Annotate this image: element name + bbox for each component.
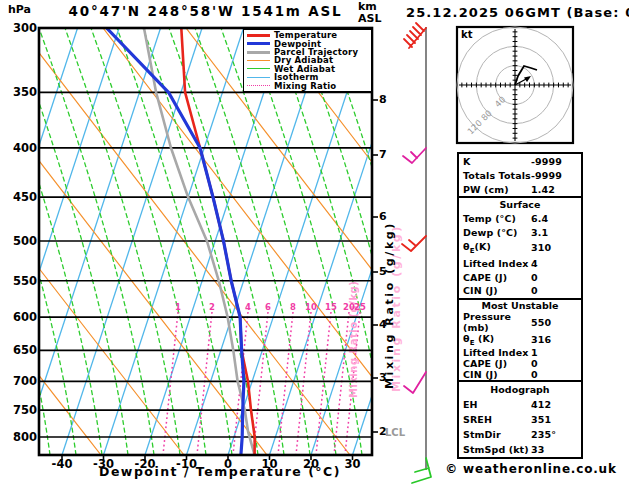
table-row-label: StmDir [463, 429, 501, 440]
wind-barb [412, 458, 431, 483]
table-row: θE(K)310 [463, 241, 577, 255]
table-row-value: 316 [531, 334, 577, 345]
pressure-tick-label: 700 [0, 374, 37, 388]
table-row-label: SREH [463, 414, 492, 425]
table-row-label: EH [463, 399, 478, 410]
mixing-ratio-tick-label: 15 [323, 302, 339, 312]
mixing-ratio-tick-label: 10 [303, 302, 319, 312]
pressure-tick-label: 650 [0, 343, 37, 357]
mixing-ratio-tick-label: 8 [285, 302, 301, 312]
legend-swatch-temperature [247, 34, 270, 37]
table-row-value: 0 [531, 358, 577, 369]
table-section-title: Surface [463, 199, 577, 210]
table-row-value: -9999 [531, 170, 577, 181]
wind-barb [403, 148, 426, 163]
table-row: Totals Totals-9999 [463, 170, 577, 181]
table-row-value: 6.4 [531, 213, 577, 224]
table-row-value: 33 [531, 444, 577, 455]
table-row-label: CAPE (J) [463, 358, 507, 369]
table-row-value: -9999 [531, 156, 577, 167]
mixing-ratio-line [334, 312, 349, 455]
legend-item: Temperature [247, 31, 371, 39]
table-row-label: θE(K) [463, 241, 491, 255]
table-row: Lifted Index1 [463, 347, 577, 358]
pressure-tick-label: 800 [0, 430, 37, 444]
table-row-label: Temp (°C) [463, 213, 516, 224]
table-row-value: 0 [531, 285, 577, 296]
table-section: Most UnstablePressure (mb)550θE (K)316Li… [457, 298, 583, 382]
table-row-value: 412 [531, 399, 577, 410]
table-row-label: Dewp (°C) [463, 227, 518, 238]
table-row-label: Lifted Index [463, 258, 528, 269]
table-row: EH412 [463, 399, 577, 410]
table-row: CAPE (J)0 [463, 358, 577, 369]
table-section-title: Hodograph [463, 384, 577, 395]
pressure-tick-label: 350 [0, 85, 37, 99]
altitude-unit-asl: ASL [358, 12, 381, 25]
mixing-ratio-line [278, 312, 293, 455]
table-row: Lifted Index4 [463, 258, 577, 269]
table-row: Temp (°C)6.4 [463, 213, 577, 224]
page-title: 40°47'N 248°58'W 1541m ASL [39, 3, 372, 19]
table-row-label: K [463, 156, 470, 167]
pressure-tick-label: 400 [0, 141, 37, 155]
table-row-label: θE (K) [463, 333, 494, 347]
table-row: StmDir235° [463, 429, 577, 440]
table-row: CIN (J)0 [463, 369, 577, 380]
table-row-value: 550 [531, 317, 577, 328]
table-row-label: CIN (J) [463, 285, 498, 296]
mixing-ratio-tick-label: 25 [352, 302, 368, 312]
legend-swatch-mixing-ratio [247, 85, 270, 86]
table-section: SurfaceTemp (°C)6.4Dewp (°C)3.1θE(K)310L… [457, 196, 583, 300]
legend-item: Mixing Ratio [247, 82, 371, 90]
datetime-title: 25.12.2025 06GMT (Base: 06) [406, 5, 629, 20]
table-row-value: 1 [531, 347, 577, 358]
mixing-ratio-label-pink-inner: Mixing Ratio (g/kg) [348, 281, 359, 398]
wind-barb [402, 236, 426, 251]
copyright-footer: © weatheronline.co.uk [433, 462, 629, 476]
mixing-ratio-tick-label: 1 [170, 302, 186, 312]
table-section: HodographEH412SREH351StmDir235°StmSpd (k… [457, 380, 583, 459]
table-row-value: 235° [531, 429, 577, 440]
legend-swatch-dry-adiabat [247, 60, 270, 61]
mixing-ratio-tick-label: 6 [260, 302, 276, 312]
table-row-value: 1.42 [531, 184, 577, 195]
mixing-ratio-axis-label: Mixing Ratio (g/kg) [383, 221, 396, 389]
altitude-axis-unit: km ASL [358, 1, 388, 25]
hodograph-unit-label: kt [461, 29, 472, 40]
lcl-marker-label: LCL [385, 427, 405, 438]
table-row-value: 4 [531, 258, 577, 269]
legend-label: Temperature [274, 31, 337, 39]
table-row-value: 0 [531, 369, 577, 380]
table-row: SREH351 [463, 414, 577, 425]
table-row-label: PW (cm) [463, 184, 509, 195]
table-row: θE (K)316 [463, 333, 577, 347]
table-row: Dewp (°C)3.1 [463, 227, 577, 238]
wind-barb [404, 372, 426, 393]
temperature-axis-title: Dewpoint / Temperature (°C) [80, 464, 360, 479]
table-row-value: 0 [531, 272, 577, 283]
altitude-tick-label: 4 [379, 318, 387, 331]
wind-barb [404, 23, 426, 48]
pressure-tick-label: 500 [0, 234, 37, 248]
altitude-tick-label: 6 [379, 210, 387, 223]
table-row-value: 3.1 [531, 227, 577, 238]
pressure-tick-label: 300 [0, 21, 37, 35]
pressure-tick-label: 750 [0, 403, 37, 417]
table-row: K-9999 [463, 156, 577, 167]
mixing-ratio-tick-label: 2 [204, 302, 220, 312]
legend-swatch-wet-adiabat [247, 68, 270, 69]
table-section: K-9999Totals Totals-9999PW (cm)1.42 [457, 152, 583, 198]
legend-swatch-isotherm [247, 77, 270, 78]
pressure-axis-unit: hPa [8, 3, 31, 16]
hodograph: 4080120 [457, 27, 573, 143]
table-row-value: 310 [531, 242, 577, 253]
altitude-tick-label: 8 [379, 93, 387, 106]
wind-barb-column [402, 23, 431, 483]
pressure-tick-label: 600 [0, 310, 37, 324]
temperature-tick-label: -40 [44, 457, 80, 471]
pressure-tick-label: 450 [0, 190, 37, 204]
table-row: CAPE (J)0 [463, 272, 577, 283]
table-row-label: Totals Totals [463, 170, 531, 181]
chart-legend: TemperatureDewpointParcel TrajectoryDry … [243, 29, 372, 92]
